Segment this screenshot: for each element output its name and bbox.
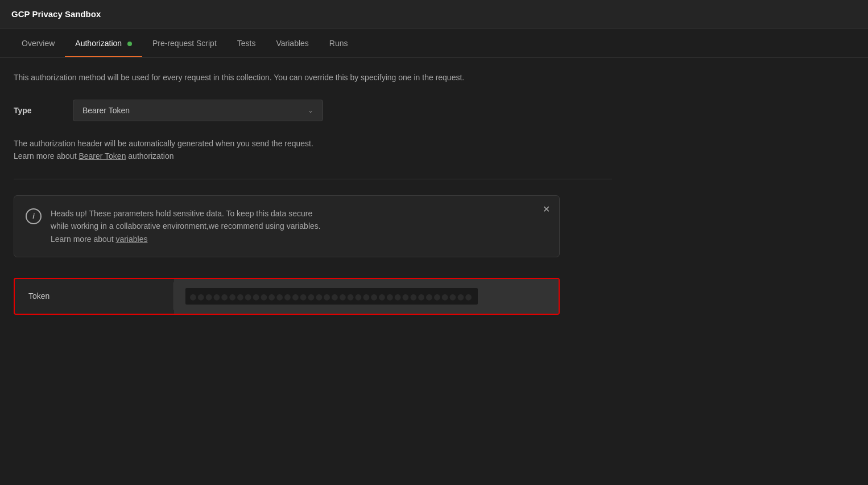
bearer-info: The authorization header will be automat… <box>14 137 612 163</box>
type-row: Type Bearer Token ⌄ <box>14 100 612 121</box>
chevron-down-icon: ⌄ <box>308 106 313 114</box>
bearer-token-link[interactable]: Bearer Token <box>78 151 126 161</box>
description-text: This authorization method will be used f… <box>14 72 612 84</box>
tabs-bar: Overview Authorization Pre-request Scrip… <box>0 28 868 58</box>
type-select-dropdown[interactable]: Bearer Token ⌄ <box>73 100 323 121</box>
tab-variables[interactable]: Variables <box>266 30 319 57</box>
tab-tests[interactable]: Tests <box>227 30 266 57</box>
info-banner-text: Heads up! These parameters hold sensitiv… <box>51 207 548 245</box>
token-masked-value: ●●●●●●●●●●●●●●●●●●●●●●●●●●●●●●●●●●●● <box>185 288 478 305</box>
type-label: Type <box>14 106 59 115</box>
tab-authorization[interactable]: Authorization <box>65 30 142 57</box>
token-value-field[interactable]: ●●●●●●●●●●●●●●●●●●●●●●●●●●●●●●●●●●●● <box>174 279 559 314</box>
active-dot-icon <box>127 42 132 46</box>
main-content: This authorization method will be used f… <box>0 58 626 328</box>
token-label: Token <box>15 282 174 310</box>
close-banner-button[interactable]: ✕ <box>543 205 550 214</box>
variables-link[interactable]: variables <box>115 235 147 244</box>
app-header: GCP Privacy Sandbox <box>0 0 868 28</box>
tab-pre-request-script[interactable]: Pre-request Script <box>142 30 227 57</box>
divider <box>14 179 612 179</box>
token-row: Token ●●●●●●●●●●●●●●●●●●●●●●●●●●●●●●●●●●… <box>14 278 560 315</box>
info-icon: i <box>26 208 42 224</box>
tab-overview[interactable]: Overview <box>11 30 65 57</box>
app-title: GCP Privacy Sandbox <box>11 9 101 19</box>
type-select-value: Bearer Token <box>82 106 130 115</box>
info-banner: i Heads up! These parameters hold sensit… <box>14 195 560 257</box>
tab-runs[interactable]: Runs <box>319 30 358 57</box>
